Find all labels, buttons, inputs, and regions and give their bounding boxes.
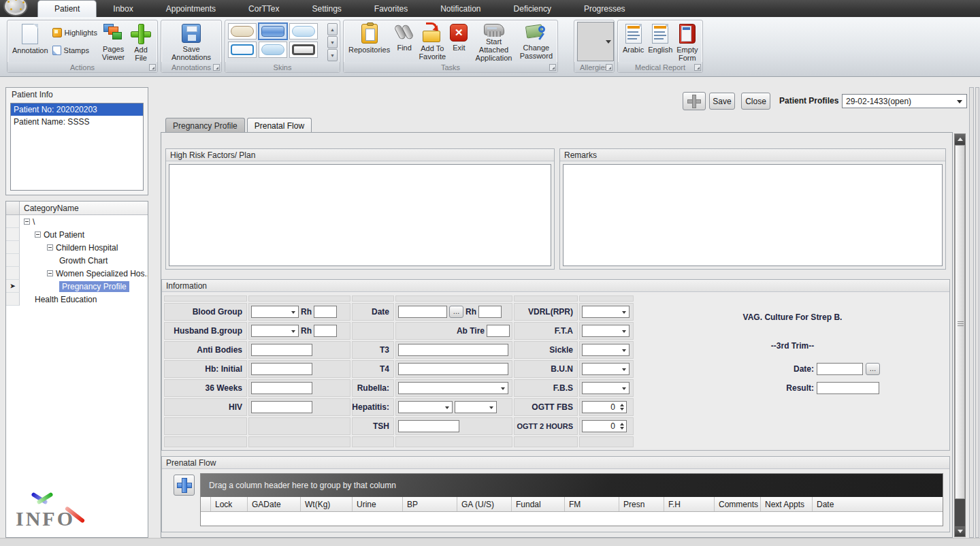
vdrl-select[interactable]	[582, 306, 630, 318]
save-annotations-button[interactable]: Save Annotations	[164, 22, 218, 63]
add-prenatal-row-button[interactable]	[174, 475, 195, 496]
column-ga-us[interactable]: GA (U/S)	[457, 497, 512, 511]
skins-scroll-up-button[interactable]: ▲	[327, 23, 338, 35]
vag-result-input[interactable]	[817, 382, 879, 394]
rubella-select[interactable]	[398, 382, 508, 394]
column-gadate[interactable]: GADate	[248, 497, 301, 511]
blood-group-rh-input[interactable]	[314, 306, 337, 318]
tree-item-root[interactable]: \	[20, 215, 148, 228]
start-attached-application-button[interactable]: Start Attached Application	[470, 22, 517, 63]
exit-button[interactable]: ✕ Exit	[448, 22, 470, 63]
save-button[interactable]: Save	[709, 93, 735, 110]
skin-swatch-white[interactable]	[228, 42, 257, 58]
column-bp[interactable]: BP	[403, 497, 457, 511]
collapse-icon[interactable]	[47, 244, 53, 251]
change-password-button[interactable]: Change Password	[518, 22, 555, 63]
tree-item-pregnancy-profile[interactable]: Pregnancy Profile	[20, 280, 148, 293]
annotations-dialog-launcher[interactable]	[213, 64, 220, 71]
skins-more-button[interactable]: ▼	[327, 49, 338, 61]
ogtt-2hours-spinner[interactable]: 0	[582, 420, 627, 432]
collapse-icon[interactable]	[24, 219, 30, 225]
add-profile-button[interactable]	[683, 92, 706, 110]
tsh-input[interactable]	[398, 420, 459, 432]
fta-select[interactable]	[582, 325, 630, 337]
column-date[interactable]: Date	[813, 497, 943, 511]
add-to-favorite-button[interactable]: Add To Favorite	[416, 22, 448, 63]
spin-down-icon[interactable]	[620, 408, 624, 411]
high-risk-textarea[interactable]	[169, 164, 551, 266]
tree-item-women-specialized[interactable]: Women Specialized Hos...	[20, 267, 148, 280]
stamps-button[interactable]: Stamps	[50, 44, 99, 57]
tree-item-growth-chart[interactable]: Growth Chart	[20, 254, 148, 267]
husband-rh-input[interactable]	[314, 325, 337, 337]
skin-swatch-blue-selected[interactable]	[259, 23, 287, 39]
medical-report-dialog-launcher[interactable]	[694, 64, 701, 71]
column-fundal[interactable]: Fundal	[512, 497, 565, 511]
tab-progresses[interactable]: Progresses	[568, 0, 642, 17]
hepatitis-select-2[interactable]	[455, 401, 497, 413]
date-picker-button[interactable]: …	[449, 306, 463, 318]
patient-name-row[interactable]: Patient Name: SSSS	[11, 116, 143, 128]
skins-scroll-down-button[interactable]: ▼	[327, 36, 338, 48]
column-urine[interactable]: Urine	[353, 497, 403, 511]
tree-item-health-education[interactable]: Health Education	[20, 293, 148, 306]
highlights-button[interactable]: Highlights	[50, 27, 99, 39]
app-logo-icon[interactable]	[3, 0, 28, 16]
column-lock[interactable]: Lock	[211, 497, 248, 511]
group-by-band[interactable]: Drag a column header here to group by th…	[201, 474, 943, 497]
spin-down-icon[interactable]	[620, 427, 624, 430]
column-next-appts[interactable]: Next Appts	[761, 497, 813, 511]
tab-corttex[interactable]: CorTTex	[232, 0, 295, 17]
weeks36-input[interactable]	[251, 382, 312, 394]
tab-notification[interactable]: Notification	[424, 0, 497, 17]
date-rh-input[interactable]	[478, 306, 502, 318]
add-file-button[interactable]: Add File	[127, 22, 154, 63]
bun-select[interactable]	[582, 363, 630, 375]
actions-dialog-launcher[interactable]	[149, 64, 156, 71]
skin-swatch-lightblue[interactable]	[289, 23, 318, 39]
tab-pregnancy-profile[interactable]: Pregnancy Profile	[165, 118, 245, 133]
sickle-select[interactable]	[582, 344, 630, 356]
allergies-dropdown[interactable]	[577, 22, 614, 61]
pages-viewer-button[interactable]: Pages Viewer	[99, 22, 127, 63]
content-vertical-scrollbar[interactable]	[954, 133, 966, 537]
remarks-textarea[interactable]	[563, 164, 943, 266]
close-button[interactable]: Close	[741, 93, 770, 110]
tab-deficiency[interactable]: Deficiency	[497, 0, 568, 17]
hiv-input[interactable]	[251, 401, 312, 413]
column-fm[interactable]: FM	[565, 497, 619, 511]
spin-up-icon[interactable]	[620, 404, 624, 406]
annotation-button[interactable]: Annotation	[10, 22, 50, 63]
find-button[interactable]: Find	[392, 22, 416, 63]
repositories-button[interactable]: Repositories	[346, 22, 392, 63]
hb-initial-input[interactable]	[251, 363, 312, 375]
patient-profiles-select[interactable]: 29-02-1433(open)	[842, 94, 967, 108]
tab-settings[interactable]: Settings	[295, 0, 357, 17]
tab-inbox[interactable]: Inbox	[97, 0, 149, 17]
ab-tire-input[interactable]	[487, 325, 510, 337]
empty-form-button[interactable]: Empty Form	[674, 22, 700, 63]
tab-prenatal-flow[interactable]: Prenatal Flow	[247, 118, 312, 133]
scrollbar-thumb[interactable]	[955, 145, 965, 499]
column-fh[interactable]: F.H	[664, 497, 715, 511]
tasks-dialog-launcher[interactable]	[549, 64, 556, 71]
scroll-down-button[interactable]	[955, 526, 965, 536]
column-comments[interactable]: Comments	[715, 497, 761, 511]
skin-swatch-dark[interactable]	[289, 42, 318, 58]
collapse-icon[interactable]	[35, 231, 41, 238]
tree-item-childern-hospital[interactable]: Childern Hospital	[20, 241, 148, 254]
arabic-report-button[interactable]: Arabic	[621, 22, 646, 63]
vag-date-picker-button[interactable]: …	[866, 363, 880, 375]
t3-input[interactable]	[398, 344, 508, 356]
category-column-header[interactable]: CategoryName	[20, 202, 148, 214]
blood-group-select[interactable]	[251, 306, 299, 318]
skin-swatch-sky[interactable]	[259, 42, 287, 58]
tab-favorites[interactable]: Favorites	[358, 0, 424, 17]
tree-item-out-patient[interactable]: Out Patient	[20, 228, 148, 241]
collapse-icon[interactable]	[47, 270, 53, 276]
column-presn[interactable]: Presn	[619, 497, 664, 511]
date-input[interactable]	[398, 306, 447, 318]
spin-up-icon[interactable]	[620, 423, 624, 425]
husband-bgroup-select[interactable]	[251, 325, 299, 337]
column-wtkg[interactable]: Wt(Kg)	[301, 497, 353, 511]
